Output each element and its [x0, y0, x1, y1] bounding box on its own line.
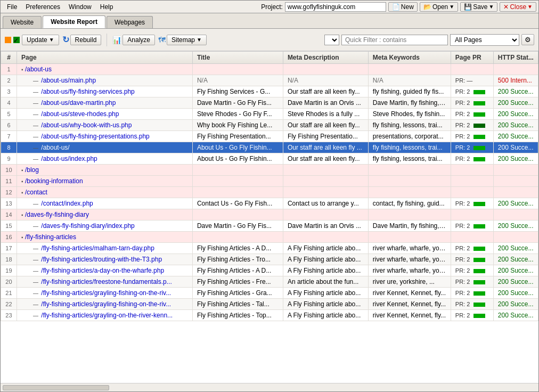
cell-page[interactable]: — /fly-fishing-articles/a-day-on-the-wha…: [17, 265, 192, 276]
table-row[interactable]: 12 ▪ /contact: [1, 187, 538, 198]
cell-page[interactable]: — /fly-fishing-articles/grayling-fishing…: [17, 288, 192, 299]
cell-page[interactable]: — /about-us/: [17, 142, 192, 153]
col-page-pr[interactable]: Page PR: [451, 52, 493, 64]
col-page[interactable]: Page: [17, 52, 192, 64]
cell-page[interactable]: — /fly-fishing-articles/trouting-with-th…: [17, 254, 192, 265]
page-link[interactable]: /daves-fly-fishing-diary/index.php: [41, 222, 134, 230]
cell-page[interactable]: — /contact/index.php: [17, 198, 192, 209]
page-link[interactable]: /blog: [25, 166, 39, 174]
cell-page[interactable]: ▪ /fly-fishing-articles: [17, 232, 192, 243]
cell-page[interactable]: — /fly-fishing-articles/freestone-fundam…: [17, 276, 192, 288]
table-row[interactable]: 13 — /contact/index.php Contact Us - Go …: [1, 198, 538, 209]
page-link[interactable]: /about-us: [25, 66, 52, 73]
cell-page[interactable]: — /daves-fly-fishing-diary/index.php: [17, 220, 192, 232]
cell-page[interactable]: — /about-us/fly-fishing-presentations.ph…: [17, 131, 192, 142]
expand-icon[interactable]: ▪ /blog: [21, 166, 39, 174]
page-link[interactable]: /fly-fishing-articles/a-day-on-the-wharf…: [41, 267, 164, 274]
quick-filter-input[interactable]: [341, 35, 448, 45]
table-row[interactable]: 1 ▪ /about-us: [1, 64, 538, 75]
cell-page[interactable]: — /about-us/steve-rhodes.php: [17, 109, 192, 120]
page-link[interactable]: /about-us/dave-martin.php: [41, 99, 116, 107]
table-row[interactable]: 19 — /fly-fishing-articles/a-day-on-the-…: [1, 265, 538, 276]
cell-page[interactable]: — /about-us/main.php: [17, 75, 192, 86]
pages-filter-dropdown[interactable]: All Pages: [450, 34, 519, 46]
cell-page[interactable]: — /fly-fishing-articles/malham-tarn-day.…: [17, 243, 192, 254]
table-row[interactable]: 5 — /about-us/steve-rhodes.php Steve Rho…: [1, 109, 538, 120]
menu-help[interactable]: Help: [96, 2, 118, 12]
table-row[interactable]: 17 — /fly-fishing-articles/malham-tarn-d…: [1, 243, 538, 254]
page-link[interactable]: /about-us/fly-fishing-services.php: [41, 88, 134, 95]
cell-page[interactable]: ▪ /blog: [17, 165, 192, 176]
table-row[interactable]: 14 ▪ /daves-fly-fishing-diary: [1, 209, 538, 220]
table-row[interactable]: 7 — /about-us/fly-fishing-presentations.…: [1, 131, 538, 142]
table-container[interactable]: # Page Title Meta Description Meta Keywo…: [1, 51, 538, 383]
sitemap-button[interactable]: Sitemap ▼: [167, 35, 207, 45]
menu-window[interactable]: Window: [64, 2, 96, 12]
table-row[interactable]: 10 ▪ /blog: [1, 165, 538, 176]
cell-page[interactable]: — /about-us/why-book-with-us.php: [17, 120, 192, 131]
table-row[interactable]: 3 — /about-us/fly-fishing-services.php F…: [1, 86, 538, 97]
page-link[interactable]: /fly-fishing-articles/freestone-fundamen…: [41, 278, 172, 285]
page-link[interactable]: /booking-information: [25, 177, 83, 185]
analyze-button[interactable]: Analyze: [123, 35, 155, 45]
table-row[interactable]: 15 — /daves-fly-fishing-diary/index.php …: [1, 220, 538, 232]
table-row[interactable]: 6 — /about-us/why-book-with-us.php Why b…: [1, 120, 538, 131]
table-row[interactable]: 23 — /fly-fishing-articles/grayling-on-t…: [1, 310, 538, 321]
page-link[interactable]: /about-us/main.php: [41, 77, 96, 84]
table-row[interactable]: 16 ▪ /fly-fishing-articles: [1, 232, 538, 243]
col-meta-kw[interactable]: Meta Keywords: [368, 52, 451, 64]
filter-type-dropdown[interactable]: [324, 35, 339, 45]
page-link[interactable]: /daves-fly-fishing-diary: [25, 211, 89, 218]
menu-file[interactable]: File: [3, 2, 21, 12]
page-link[interactable]: /about-us/: [41, 144, 69, 151]
menu-preferences[interactable]: Preferences: [21, 2, 64, 12]
cell-page[interactable]: ▪ /daves-fly-fishing-diary: [17, 209, 192, 220]
page-link[interactable]: /fly-fishing-articles/grayling-on-the-ri…: [41, 312, 173, 319]
page-link[interactable]: /about-us/why-book-with-us.php: [41, 121, 132, 129]
expand-icon[interactable]: ▪ /about-us: [21, 66, 52, 73]
table-row[interactable]: 18 — /fly-fishing-articles/trouting-with…: [1, 254, 538, 265]
cell-page[interactable]: ▪ /contact: [17, 187, 192, 198]
page-link[interactable]: /fly-fishing-articles/malham-tarn-day.ph…: [41, 244, 154, 252]
col-http-status[interactable]: HTTP Stat...: [493, 52, 538, 64]
col-title[interactable]: Title: [192, 52, 283, 64]
table-row[interactable]: 20 — /fly-fishing-articles/freestone-fun…: [1, 276, 538, 288]
project-url-input[interactable]: [285, 2, 386, 12]
rebuild-button[interactable]: Rebuild: [70, 35, 102, 45]
table-row[interactable]: 11 ▪ /booking-information: [1, 176, 538, 187]
update-button[interactable]: Update ▼: [22, 35, 59, 45]
table-row[interactable]: 21 — /fly-fishing-articles/grayling-fish…: [1, 288, 538, 299]
table-row[interactable]: 8 — /about-us/ About Us - Go Fly Fishin.…: [1, 142, 538, 153]
horizontal-scrollbar[interactable]: [1, 383, 538, 391]
close-button[interactable]: ✕ Close ▼: [500, 2, 536, 12]
tab-website[interactable]: Website: [3, 16, 42, 28]
page-link[interactable]: /fly-fishing-articles: [25, 233, 76, 241]
page-link[interactable]: /about-us/fly-fishing-presentations.php: [41, 133, 149, 140]
expand-icon[interactable]: ▪ /contact: [21, 189, 47, 196]
table-row[interactable]: 22 — /fly-fishing-articles/grayling-fish…: [1, 299, 538, 310]
tab-webpages[interactable]: Webpages: [107, 16, 153, 28]
page-link[interactable]: /fly-fishing-articles/grayling-fishing-o…: [41, 300, 171, 308]
new-button[interactable]: 📄 New: [388, 2, 418, 12]
page-link[interactable]: /about-us/steve-rhodes.php: [41, 110, 119, 118]
table-row[interactable]: 4 — /about-us/dave-martin.php Dave Marti…: [1, 97, 538, 109]
cell-page[interactable]: ▪ /booking-information: [17, 176, 192, 187]
expand-icon[interactable]: ▪ /fly-fishing-articles: [21, 233, 76, 241]
cell-page[interactable]: — /fly-fishing-articles/grayling-fishing…: [17, 299, 192, 310]
page-link[interactable]: /contact/index.php: [41, 200, 93, 207]
cell-page[interactable]: — /about-us/index.php: [17, 153, 192, 165]
cell-page[interactable]: — /about-us/dave-martin.php: [17, 97, 192, 109]
cell-page[interactable]: — /fly-fishing-articles/grayling-on-the-…: [17, 310, 192, 321]
page-link[interactable]: /fly-fishing-articles/trouting-with-the-…: [41, 256, 162, 263]
settings-button[interactable]: ⚙: [521, 34, 534, 45]
cell-page[interactable]: — /about-us/fly-fishing-services.php: [17, 86, 192, 97]
page-link[interactable]: /about-us/index.php: [41, 155, 97, 162]
expand-icon[interactable]: ▪ /daves-fly-fishing-diary: [21, 211, 89, 218]
col-meta-desc[interactable]: Meta Description: [283, 52, 368, 64]
table-row[interactable]: 2 — /about-us/main.php N/AN/AN/APR: — 50…: [1, 75, 538, 86]
cell-page[interactable]: ▪ /about-us: [17, 64, 192, 75]
save-button[interactable]: 💾 Save ▼: [460, 2, 497, 12]
page-link[interactable]: /fly-fishing-articles/grayling-fishing-o…: [41, 289, 171, 297]
expand-icon[interactable]: ▪ /booking-information: [21, 177, 83, 185]
table-row[interactable]: 9 — /about-us/index.php About Us - Go Fl…: [1, 153, 538, 165]
